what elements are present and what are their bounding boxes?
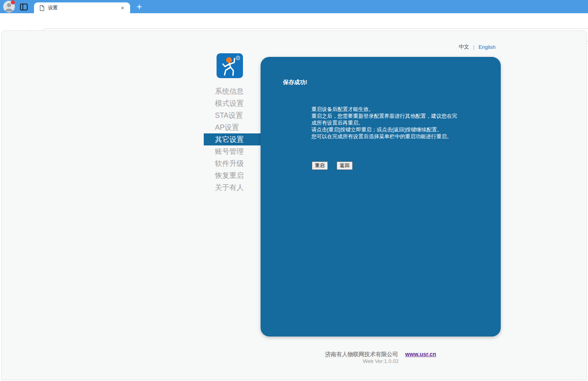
message-line: 重启设备后配置才能生效。 [311,106,457,113]
browser-tab-strip: 设置 × + [0,0,588,13]
language-link-chinese[interactable]: 中文 [459,43,469,50]
reboot-button[interactable]: 重启 [312,161,328,170]
close-icon: × [121,5,124,11]
language-divider: | [473,44,474,50]
message-line: 成所有设置后再重启。 [311,119,457,126]
language-switcher: 中文 | English [459,43,496,50]
message-line: 您可以在完成所有设置后选择菜单栏中的重启功能进行重启。 [311,133,457,140]
panel-button-row: 重启 返回 [312,161,353,170]
website-link[interactable]: www.usr.cn [405,351,436,357]
sidebar-item-other-settings[interactable]: 其它设置 [204,133,261,145]
browser-toolbar: 不安全 | 10.10.100.254 [0,13,588,30]
web-page-content: 中文 | English R 系统信息 模式设置 STA设置 AP设置 其它设置… [1,30,587,380]
page-footer: 济南有人物联网技术有限公司www.usr.cn Web Ver:1.0.02 [261,351,501,365]
sidebar-item-ap-settings[interactable]: AP设置 [204,121,261,133]
sidebar-item-system-info[interactable]: 系统信息 [204,85,261,97]
page-icon [39,5,44,11]
sidebar-item-account[interactable]: 账号管理 [204,145,261,157]
web-version: Web Ver:1.0.02 [261,358,501,365]
svg-text:R: R [237,56,239,59]
plus-icon: + [136,2,142,12]
message-line: 请点击[重启]按键立即重启；或点击[返回]按键继续配置。 [311,126,457,133]
sidebar-item-restore-reboot[interactable]: 恢复重启 [204,169,261,181]
sidebar-item-mode-settings[interactable]: 模式设置 [204,97,261,109]
company-name: 济南有人物联网技术有限公司 [325,351,398,357]
workspaces-icon [20,3,28,11]
language-link-english[interactable]: English [478,44,496,50]
tab-title: 设置 [48,4,119,11]
message-line: 重启之后，您需要重新登录配置界面进行其他配置，建议您在完 [311,113,457,119]
tab-close-button[interactable]: × [119,4,126,12]
main-panel: 保存成功! 重启设备后配置才能生效。 重启之后，您需要重新登录配置界面进行其他配… [261,57,501,337]
sidebar-item-about[interactable]: 关于有人 [204,181,261,194]
return-button[interactable]: 返回 [337,161,353,170]
browser-tab[interactable]: 设置 × [34,2,130,13]
notification-dot-icon [11,0,15,4]
usr-logo-icon: R [217,53,243,78]
sidebar-menu: 系统信息 模式设置 STA设置 AP设置 其它设置 账号管理 软件升级 恢复重启… [204,85,261,194]
tab-actions-menu-button[interactable] [19,2,28,11]
save-success-heading: 保存成功! [283,79,307,86]
usr-logo: R [217,53,243,78]
sidebar-item-sta-settings[interactable]: STA设置 [204,109,261,121]
new-tab-button[interactable]: + [134,2,144,12]
sidebar-item-upgrade[interactable]: 软件升级 [204,157,261,169]
reboot-message: 重启设备后配置才能生效。 重启之后，您需要重新登录配置界面进行其他配置，建议您在… [311,106,457,140]
